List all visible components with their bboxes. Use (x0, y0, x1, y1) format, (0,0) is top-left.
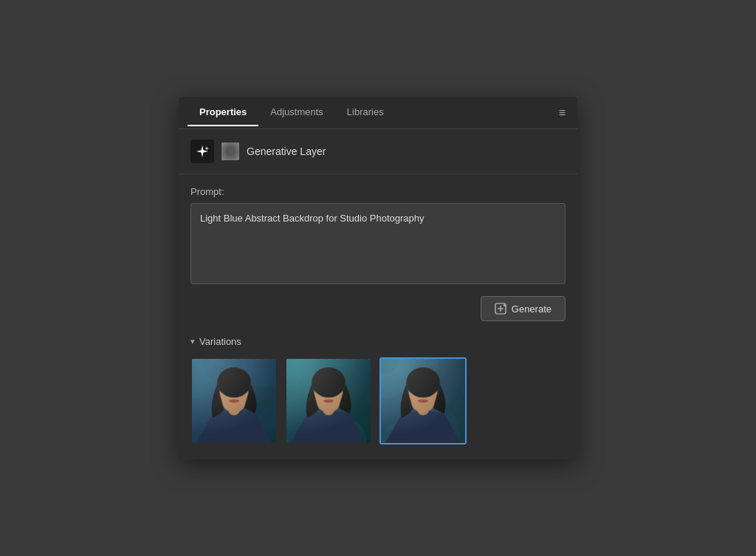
layer-thumbnail (221, 143, 239, 160)
tab-adjustments[interactable]: Adjustments (258, 99, 335, 126)
tab-properties[interactable]: Properties (188, 99, 258, 126)
variation-thumb-1[interactable] (190, 357, 278, 445)
panel-menu-icon[interactable]: ≡ (556, 103, 568, 123)
variations-header[interactable]: ▾ Variations (190, 336, 566, 347)
prompt-textarea[interactable]: Light Blue Abstract Backdrop for Studio … (190, 203, 566, 284)
variation-thumb-3[interactable] (379, 357, 467, 445)
svg-marker-1 (205, 146, 209, 151)
tab-libraries[interactable]: Libraries (335, 99, 396, 126)
chevron-down-icon: ▾ (190, 337, 195, 346)
tab-bar: Properties Adjustments Libraries ≡ (179, 97, 577, 129)
variation-thumb-2[interactable] (285, 357, 372, 445)
variations-grid (190, 357, 566, 445)
generate-label: Generate (512, 303, 551, 315)
variations-label: Variations (199, 336, 241, 347)
layer-header: Generative Layer (179, 129, 577, 174)
prompt-label: Prompt: (190, 186, 566, 197)
generative-icon-box (190, 140, 214, 163)
properties-panel: Properties Adjustments Libraries ≡ Gener… (179, 97, 577, 459)
generate-icon (495, 303, 506, 315)
generate-row: Generate (190, 296, 566, 321)
generate-button[interactable]: Generate (481, 296, 566, 321)
layer-name: Generative Layer (247, 145, 326, 157)
variations-section: ▾ Variations (179, 336, 577, 459)
sparkle-icon (195, 144, 210, 159)
content-area: Prompt: Light Blue Abstract Backdrop for… (179, 174, 577, 336)
